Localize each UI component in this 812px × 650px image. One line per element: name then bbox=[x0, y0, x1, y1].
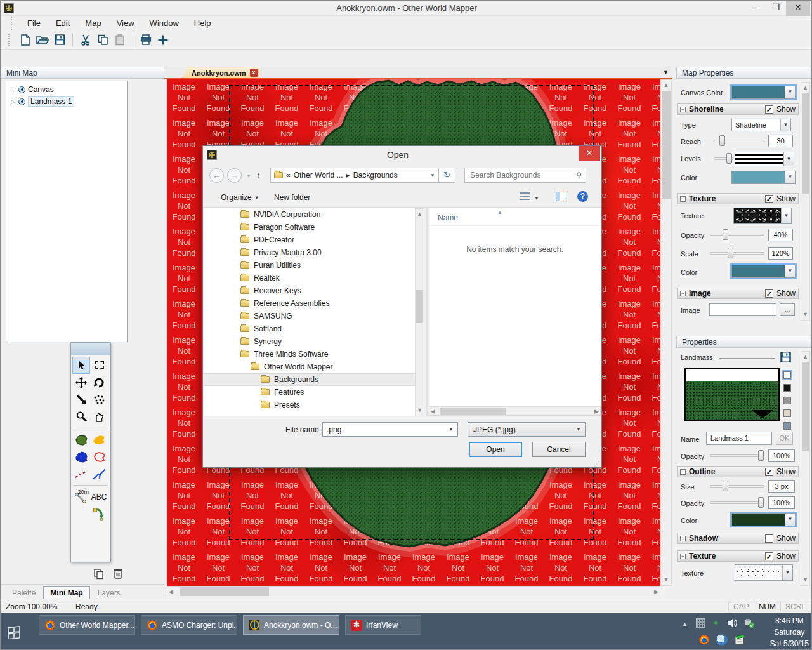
file-name-input[interactable] bbox=[323, 425, 449, 435]
folder-item[interactable]: Backgrounds bbox=[204, 373, 415, 386]
help-icon[interactable]: ? bbox=[577, 191, 588, 202]
scroll-up-icon[interactable]: ▲ bbox=[416, 209, 424, 220]
folder-item[interactable]: Synergy bbox=[204, 335, 415, 348]
folder-item[interactable]: Softland bbox=[204, 322, 415, 335]
dialog-title-bar[interactable]: Open ✕ bbox=[203, 146, 601, 164]
scroll-up-icon[interactable]: ▲ bbox=[801, 352, 809, 362]
scroll-thumb[interactable] bbox=[440, 408, 506, 415]
texture-section-header[interactable]: − Texture ✓ Show bbox=[677, 193, 799, 204]
start-button[interactable] bbox=[7, 625, 21, 642]
scroll-thumb[interactable] bbox=[802, 93, 809, 194]
menu-window[interactable]: Window bbox=[143, 17, 185, 30]
tray-notes-icon[interactable] bbox=[734, 634, 746, 648]
opacity-slider[interactable] bbox=[710, 234, 764, 236]
menu-help[interactable]: Help bbox=[188, 17, 218, 30]
scroll-down-icon[interactable]: ▼ bbox=[416, 405, 424, 416]
cut-icon[interactable] bbox=[78, 32, 93, 48]
tray-network-icon[interactable]: ✦ bbox=[712, 618, 719, 628]
visibility-eye-icon[interactable] bbox=[18, 98, 25, 105]
rotate-tool[interactable] bbox=[90, 374, 108, 391]
collapse-icon[interactable]: − bbox=[680, 107, 686, 112]
duplicate-icon[interactable] bbox=[94, 569, 104, 582]
expand-icon[interactable]: + bbox=[680, 536, 686, 541]
scale-tool[interactable] bbox=[72, 391, 90, 408]
zoom-tool[interactable] bbox=[72, 408, 90, 425]
cancel-button[interactable]: Cancel bbox=[532, 442, 586, 457]
back-button[interactable]: ← bbox=[209, 168, 224, 183]
minimize-button[interactable]: – bbox=[748, 1, 766, 16]
new-folder-button[interactable]: New folder bbox=[274, 193, 310, 202]
image-section-header[interactable]: − Image ✓ Show bbox=[677, 288, 799, 299]
scroll-down-icon[interactable]: ▼ bbox=[801, 574, 809, 585]
up-button[interactable]: ↑ bbox=[256, 170, 261, 180]
copy-icon[interactable] bbox=[95, 32, 110, 48]
style-preview[interactable] bbox=[684, 368, 780, 421]
path-tool[interactable] bbox=[72, 465, 90, 482]
measure-tool[interactable]: 20m bbox=[72, 488, 90, 505]
style-swatch[interactable] bbox=[783, 371, 791, 379]
menu-map[interactable]: Map bbox=[79, 17, 107, 30]
delete-icon[interactable] bbox=[113, 568, 123, 582]
chevron-down-icon[interactable]: ▼ bbox=[780, 119, 790, 131]
pin-tool[interactable] bbox=[90, 505, 108, 522]
menu-file[interactable]: File bbox=[21, 17, 47, 30]
scatter-tool[interactable] bbox=[90, 391, 108, 408]
opacity-value[interactable]: 40% bbox=[768, 229, 793, 241]
address-bar[interactable]: « Other World ... ▶ Backgrounds ▼ bbox=[270, 168, 439, 183]
style-swatch[interactable] bbox=[783, 422, 791, 430]
outline-shape-tool[interactable] bbox=[90, 448, 108, 465]
task-button[interactable]: ✻IrfanView bbox=[345, 615, 421, 635]
name-column-header[interactable]: Name bbox=[429, 208, 601, 226]
scroll-left-icon[interactable]: ◀ bbox=[169, 587, 173, 597]
vscroll-thumb[interactable] bbox=[662, 91, 671, 199]
tray-clock[interactable]: 8:46 PM Saturday Sat 5/30/15 bbox=[770, 615, 809, 649]
hscroll-thumb[interactable] bbox=[180, 587, 269, 596]
chevron-down-icon[interactable]: ▼ bbox=[783, 152, 794, 166]
levels-slider-thumb[interactable] bbox=[726, 153, 732, 164]
open-map-icon[interactable] bbox=[35, 32, 50, 48]
move-tool[interactable] bbox=[72, 374, 90, 391]
task-button[interactable]: Anokkryon.owm - O... bbox=[243, 615, 339, 635]
folder-item[interactable]: NVIDIA Corporation bbox=[204, 208, 415, 221]
folder-item[interactable]: Realtek bbox=[204, 272, 415, 284]
new-map-icon[interactable] bbox=[18, 32, 33, 48]
outline-opacity-value[interactable]: 100% bbox=[768, 496, 795, 509]
breadcrumb-current[interactable]: Backgrounds bbox=[353, 171, 398, 180]
view-list-icon[interactable] bbox=[520, 192, 530, 201]
save-map-icon[interactable] bbox=[52, 32, 67, 48]
shoreline-color-dropdown[interactable]: ▼ bbox=[731, 171, 796, 184]
chevron-down-icon[interactable]: ▼ bbox=[785, 171, 795, 183]
texture-show-checkbox[interactable]: ✓ bbox=[765, 195, 773, 203]
paste-icon[interactable] bbox=[112, 32, 128, 48]
text-tool[interactable]: ABC bbox=[90, 488, 108, 505]
preview-pane-icon[interactable] bbox=[556, 192, 566, 201]
tree-item-canvas[interactable]: ⋮ Canvas bbox=[6, 84, 127, 95]
terrain-tool[interactable] bbox=[90, 431, 108, 448]
chevron-down-icon[interactable]: ▼ bbox=[785, 86, 795, 98]
canvas-hscrollbar[interactable]: ◀ ▶ bbox=[167, 586, 660, 597]
folder-item[interactable]: Recover Keys bbox=[204, 284, 415, 297]
restore-button[interactable]: ❐ bbox=[767, 1, 785, 16]
scroll-up-icon[interactable]: ▲ bbox=[801, 83, 809, 93]
image-path-input[interactable] bbox=[709, 303, 776, 316]
menu-edit[interactable]: Edit bbox=[49, 17, 76, 30]
landmass-texture-dropdown[interactable]: ▼ bbox=[735, 564, 793, 581]
scroll-thumb[interactable] bbox=[416, 290, 423, 323]
select-tool[interactable] bbox=[72, 357, 90, 374]
folder-item[interactable]: PDFCreator bbox=[204, 234, 415, 246]
collapse-icon[interactable]: − bbox=[680, 196, 686, 202]
history-dropdown-icon[interactable]: ▼ bbox=[246, 173, 251, 179]
tab-list-dropdown-icon[interactable]: ▼ bbox=[663, 69, 669, 76]
folder-item[interactable]: Three Minds Software bbox=[204, 348, 415, 361]
outline-opacity-slider[interactable] bbox=[710, 501, 764, 504]
chevron-down-icon[interactable]: ▼ bbox=[785, 514, 795, 526]
ok-button[interactable]: OK bbox=[776, 432, 793, 445]
scroll-down-icon[interactable]: ▼ bbox=[801, 309, 809, 320]
document-tab[interactable]: Anokkryon.owm x bbox=[182, 67, 259, 78]
collapse-icon[interactable]: − bbox=[680, 469, 686, 475]
folder-item[interactable]: Features bbox=[204, 386, 415, 399]
tray-expand-icon[interactable]: ▲ bbox=[682, 621, 688, 627]
address-dropdown-icon[interactable]: ▼ bbox=[430, 173, 438, 178]
shadow-show-checkbox[interactable] bbox=[765, 534, 773, 543]
canvas-color-dropdown[interactable]: ▼ bbox=[731, 86, 796, 99]
